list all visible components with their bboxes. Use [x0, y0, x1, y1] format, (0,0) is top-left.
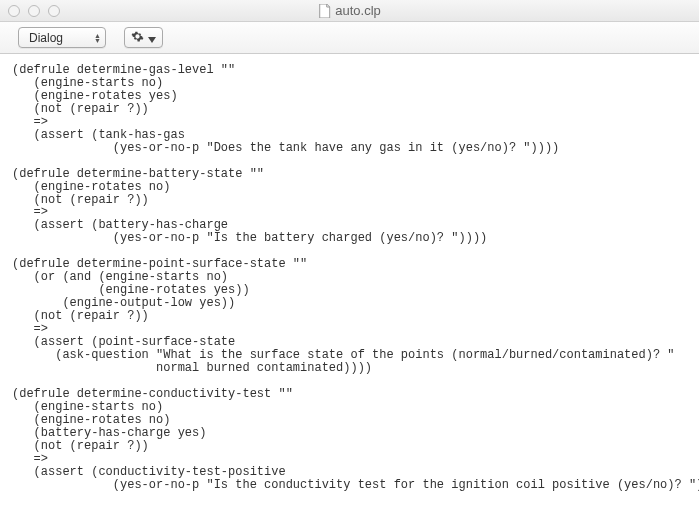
- dropdown-label: Dialog: [29, 31, 63, 45]
- chevron-down-icon: [148, 29, 156, 47]
- toolbar: Dialog ▲▼: [0, 22, 699, 54]
- zoom-button[interactable]: [48, 5, 60, 17]
- syntax-dropdown[interactable]: Dialog ▲▼: [18, 27, 106, 48]
- traffic-lights: [0, 5, 60, 17]
- minimize-button[interactable]: [28, 5, 40, 17]
- updown-arrows-icon: ▲▼: [94, 33, 101, 43]
- gear-icon: [131, 29, 144, 47]
- window-title: auto.clp: [318, 3, 381, 18]
- window-titlebar: auto.clp: [0, 0, 699, 22]
- code-editor[interactable]: (defrule determine-gas-level "" (engine-…: [0, 54, 699, 520]
- close-button[interactable]: [8, 5, 20, 17]
- window-title-text: auto.clp: [335, 3, 381, 18]
- file-icon: [318, 4, 330, 18]
- gear-menu-button[interactable]: [124, 27, 163, 48]
